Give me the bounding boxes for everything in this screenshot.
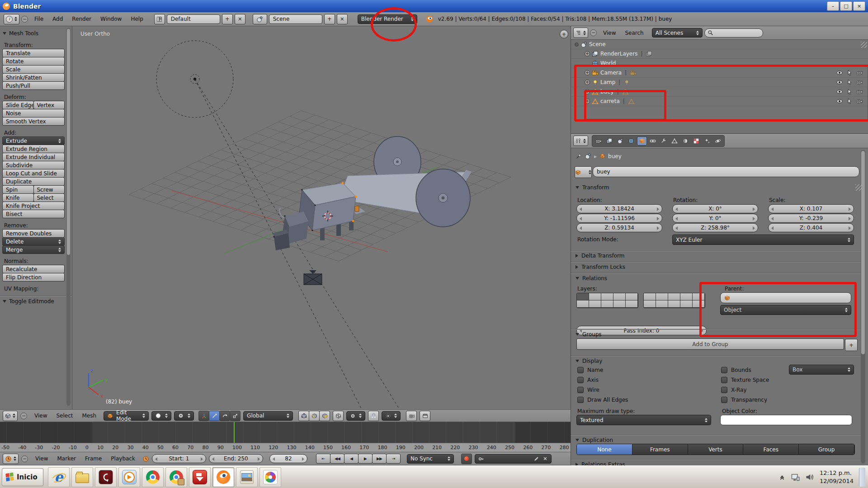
layers-grid-b[interactable]: [643, 293, 705, 308]
add-layout-button[interactable]: +: [222, 14, 233, 24]
duplication-group[interactable]: Group: [799, 444, 854, 455]
outliner-item-buey[interactable]: +buey|: [571, 87, 868, 97]
constraints-tab-icon[interactable]: [648, 136, 658, 145]
menu-marker[interactable]: Marker: [52, 455, 80, 462]
shelf-button-spin[interactable]: Spin: [2, 185, 34, 194]
layout-browse-button[interactable]: [154, 14, 165, 24]
mode-select[interactable]: Edit Mode: [104, 411, 149, 421]
layer-cell[interactable]: [668, 300, 680, 308]
shelf-button-vertex[interactable]: Vertex: [33, 101, 65, 109]
scale-field[interactable]: X: 0.107: [768, 204, 854, 213]
layer-cell[interactable]: [613, 300, 626, 308]
collapse-menus-icon[interactable]: −: [21, 455, 28, 462]
menu-view[interactable]: View: [599, 30, 620, 36]
layer-cell[interactable]: [589, 293, 601, 300]
shelf-button-duplicate[interactable]: Duplicate: [2, 177, 65, 186]
shelf-button-scale[interactable]: Scale: [2, 65, 65, 74]
outliner-item-carreta[interactable]: +carreta|: [571, 97, 868, 106]
delete-scene-button[interactable]: ×: [337, 14, 348, 24]
shelf-button-noise[interactable]: Noise: [2, 109, 65, 117]
world-tab-icon[interactable]: [626, 136, 636, 145]
shelf-button-select[interactable]: Select: [33, 193, 65, 202]
shelf-button-knife[interactable]: Knife: [2, 193, 34, 202]
layer-cell[interactable]: [668, 293, 680, 300]
taskbar-app-chrome-alt[interactable]: [165, 467, 187, 487]
speaker-icon[interactable]: [805, 473, 814, 482]
snap-toggle-button[interactable]: [368, 411, 379, 421]
render-opengl-anim-button[interactable]: [420, 411, 430, 421]
viewport-3d[interactable]: z y x User Ortho (82) buey +: [72, 26, 571, 409]
layer-cell[interactable]: [626, 293, 638, 300]
shelf-button-subdivide[interactable]: Subdivide: [2, 161, 65, 169]
menu-help[interactable]: Help: [126, 16, 147, 22]
add-scene-button[interactable]: +: [324, 14, 335, 24]
maximize-button[interactable]: □: [840, 1, 852, 11]
shelf-button-translate[interactable]: Translate: [2, 49, 65, 57]
scene-tab-icon[interactable]: [615, 136, 625, 145]
layer-cell[interactable]: [680, 300, 693, 308]
expand-icon[interactable]: +: [585, 80, 590, 85]
rotation-mode-select[interactable]: XYZ Euler: [672, 235, 854, 245]
shelf-button-slide-edge[interactable]: Slide Edge: [2, 101, 34, 109]
layer-cell[interactable]: [644, 293, 656, 300]
scene-field[interactable]: Scene: [269, 14, 322, 24]
menu-mesh[interactable]: Mesh: [78, 413, 101, 419]
checkbox-name[interactable]: [577, 367, 584, 373]
shelf-button-rotate[interactable]: Rotate: [2, 57, 65, 66]
layer-cell[interactable]: [589, 300, 601, 308]
checkbox-transparency[interactable]: [721, 397, 727, 403]
shading-select[interactable]: [151, 411, 171, 421]
shelf-button-loop-cut-and-slide[interactable]: Loop Cut and Slide: [2, 169, 65, 178]
frame-end-field[interactable]: End: 250: [209, 454, 263, 463]
particles-tab-icon[interactable]: [702, 136, 712, 145]
show-desktop-button[interactable]: [859, 468, 865, 487]
shelf-button-extrude-region[interactable]: Extrude Region: [2, 145, 65, 153]
layer-cell[interactable]: [680, 293, 693, 300]
layer-cell[interactable]: [626, 300, 638, 308]
tool-shelf-scrollbar[interactable]: [66, 28, 71, 406]
scene-browse-button[interactable]: [253, 14, 267, 24]
menu-view[interactable]: View: [31, 455, 52, 462]
duplication-panel-header[interactable]: Duplication: [571, 435, 864, 445]
parent-type-select[interactable]: Object: [720, 305, 851, 315]
pin-icon[interactable]: [576, 153, 582, 160]
orientation-select[interactable]: Global: [243, 411, 293, 421]
object-color-swatch[interactable]: [720, 415, 852, 425]
shelf-button-screw[interactable]: Screw: [33, 185, 65, 194]
render-toggle-icon[interactable]: [856, 70, 863, 76]
object-browse-button[interactable]: [575, 166, 592, 178]
menu-file[interactable]: File: [30, 16, 48, 22]
groups-panel-header[interactable]: Groups: [571, 329, 864, 339]
layer-cell[interactable]: [693, 300, 705, 308]
manipulator-rotate-button[interactable]: [219, 411, 230, 421]
render-layers-tab-icon[interactable]: [604, 136, 614, 145]
new-group-button[interactable]: +: [845, 339, 858, 351]
scale-field[interactable]: Y: -0.239: [768, 214, 854, 223]
taskbar-app-file-manager[interactable]: [71, 467, 93, 487]
duplication-frames[interactable]: Frames: [632, 444, 688, 455]
manipulator-scale-button[interactable]: [230, 411, 241, 421]
expand-icon[interactable]: +: [585, 89, 590, 94]
menu-render[interactable]: Render: [67, 16, 96, 22]
mesh-tools-panel-header[interactable]: Mesh Tools: [0, 29, 72, 38]
sync-select[interactable]: No Sync: [407, 454, 454, 464]
display-filter-select[interactable]: All Scenes: [652, 28, 703, 38]
transform-locks-panel-header[interactable]: Transform Locks: [571, 262, 864, 272]
bounds-type-select[interactable]: Box: [789, 365, 854, 375]
region-expand-button[interactable]: +: [560, 30, 568, 38]
delete-keyframe-icon[interactable]: [542, 456, 548, 461]
snap-element-select[interactable]: [382, 411, 401, 421]
layer-cell[interactable]: [656, 300, 668, 308]
record-button[interactable]: [461, 454, 472, 464]
jump-to-end-button[interactable]: ⇥: [386, 454, 401, 464]
shelf-button-knife-project[interactable]: Knife Project: [2, 202, 65, 210]
shelf-button-smooth-vertex[interactable]: Smooth Vertex: [2, 117, 65, 126]
delete-layout-button[interactable]: ×: [235, 14, 245, 24]
shelf-dropdown-extrude[interactable]: Extrude: [2, 136, 65, 145]
modifiers-tab-icon[interactable]: [659, 136, 669, 145]
selectability-toggle-icon[interactable]: [846, 79, 853, 85]
shelf-button-extrude-individual[interactable]: Extrude Individual: [2, 153, 65, 161]
network-icon[interactable]: [791, 473, 800, 482]
object-tab-icon[interactable]: [637, 136, 647, 145]
checkbox-draw-all-edges[interactable]: [577, 397, 584, 403]
